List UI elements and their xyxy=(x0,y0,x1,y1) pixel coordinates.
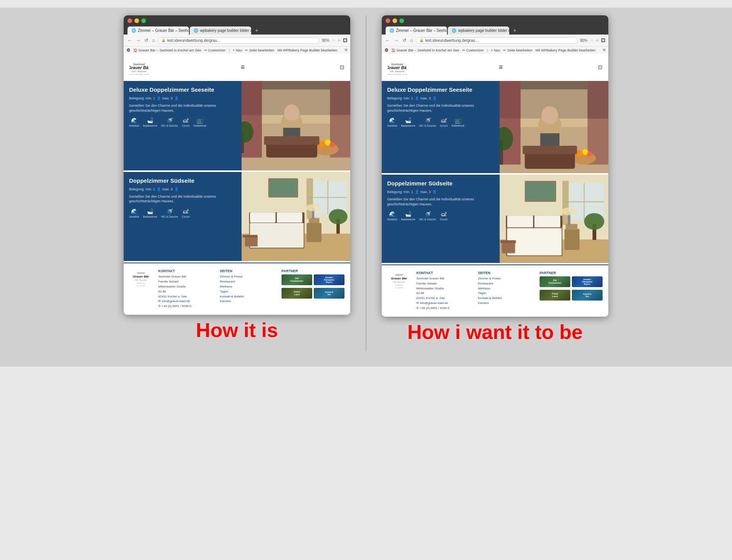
wp-wpbakery-right[interactable]: Mit WPBakery Page Builder bearbeiten xyxy=(535,48,595,52)
rooms-container-left: Deluxe Doppelzimmer Seeseite Belegung: m… xyxy=(124,81,350,261)
footer-seiten-karriere-right[interactable]: Karriere xyxy=(478,301,534,306)
hamburger-menu-left[interactable]: ≡ xyxy=(241,63,245,71)
footer-partner-left: PARTNER DieFischenwirt Umwelt+Klimapaket… xyxy=(282,269,344,309)
svg-text:Seehotel: Seehotel xyxy=(395,274,403,276)
tab-label-left: Zimmer – Grauer Bär – Seeho… xyxy=(138,28,189,33)
wp-sep1-right: | xyxy=(487,48,488,52)
svg-text:Cafe · Restaurant: Cafe · Restaurant xyxy=(393,281,405,283)
back-button-right[interactable]: ← xyxy=(385,37,391,44)
new-tab-button-left[interactable]: + xyxy=(252,26,261,35)
home-button-right[interactable]: ⌂ xyxy=(409,37,414,44)
zoom-level-right: 90% xyxy=(580,38,588,43)
minimize-button-right[interactable] xyxy=(392,18,397,23)
forward-button-left[interactable]: → xyxy=(135,37,141,44)
svg-rect-19 xyxy=(264,136,319,145)
amenity-badewanne2-left: 🛁 Badewanne xyxy=(143,208,157,218)
back-button-left[interactable]: ← xyxy=(127,37,133,44)
svg-rect-84 xyxy=(565,229,580,250)
svg-text:Cafe · Restaurant: Cafe · Restaurant xyxy=(135,279,147,281)
close-button-right[interactable] xyxy=(386,18,390,23)
partner-kochel-right: Kochel &See xyxy=(572,290,603,301)
forward-button-right[interactable]: → xyxy=(393,37,399,44)
logo-svg-right: Seehotel Grauer Bär Cafe · Restaurant Ko… xyxy=(388,58,407,77)
wp-wpbakery-left[interactable]: Mit WPBakery Page Builder bearbeiten xyxy=(277,48,337,52)
amenity-wc-right: 🚿 WC & Dusche xyxy=(419,117,436,127)
home-button-left[interactable]: ⌂ xyxy=(151,37,156,44)
footer-seiten-restaurant-right[interactable]: Restaurant xyxy=(478,281,534,286)
tab-wpbakery-left[interactable]: 🌐 wpbakery page builder bilder n… ✕ xyxy=(190,26,251,35)
minimize-button-left[interactable] xyxy=(134,18,139,23)
close-button-left[interactable] xyxy=(128,18,132,23)
lock-icon-left: 🔒 xyxy=(161,38,166,42)
footer-seiten-zimmer-left[interactable]: Zimmer & Preise xyxy=(220,274,276,279)
amenity-kabel-left: 📺 Kabelkiosk xyxy=(194,117,207,127)
svg-rect-28 xyxy=(306,178,313,218)
browser-menu-right[interactable]: ⋯ xyxy=(590,38,593,42)
bookmark-left[interactable]: ☆ xyxy=(338,38,341,42)
url-field-left[interactable]: 🔒 test.ideeundwerbung.de/grau… xyxy=(158,37,320,44)
footer-seiten-karriere-left[interactable]: Karriere xyxy=(220,299,276,304)
partner-fischenwirt-right: DieFischenwirt xyxy=(540,276,570,287)
footer-seiten-kontakt-right[interactable]: Kontakt & Anfahrt xyxy=(478,296,534,301)
site-footer-left: Seehotel Grauer Bär Cafe · Restaurant Ko… xyxy=(124,263,350,315)
footer-seiten-restaurant-left[interactable]: Restaurant xyxy=(220,279,276,284)
wp-customizer-right[interactable]: ✏ Customizer xyxy=(462,48,484,52)
svg-text:Kochel am See: Kochel am See xyxy=(395,284,403,286)
tab-zimmer-right[interactable]: 🌐 Zimmer – Grauer Bär – Seeho… ✕ xyxy=(386,26,447,35)
svg-point-64 xyxy=(587,152,592,157)
reload-button-left[interactable]: ↺ xyxy=(144,37,149,44)
svg-rect-43 xyxy=(243,235,258,238)
partner-umwelt-right: Umwelt+KlimapaketBayern xyxy=(572,276,603,287)
extensions-right[interactable]: 🔲 xyxy=(601,38,605,42)
bookmark-right[interactable]: ☆ xyxy=(596,38,599,42)
wp-new-left[interactable]: + Neu xyxy=(233,48,242,52)
amenity-seeblick2-right: 🌊 Seeblick xyxy=(387,211,397,221)
footer-kontakt-email-left[interactable]: ✉ info@grauer-baer.de xyxy=(158,299,214,304)
footer-kontakt-family-right: Familie Sebald xyxy=(416,281,472,286)
browser-chrome-right: 🌐 Zimmer – Grauer Bär – Seeho… ✕ 🌐 wpbak… xyxy=(382,15,608,35)
extensions-left[interactable]: 🔲 xyxy=(343,38,347,42)
maximize-button-left[interactable] xyxy=(141,18,146,23)
svg-text:Cafe · Restaurant: Cafe · Restaurant xyxy=(389,70,405,73)
footer-seiten-tagen-left[interactable]: Tagen xyxy=(220,289,276,294)
wp-site-name-left[interactable]: 🏠 Grauer Bär – Seehotel in Kochel am See xyxy=(133,48,201,52)
wp-edit-page-right[interactable]: ✏ Seite bearbeiten xyxy=(503,48,532,52)
hamburger-menu-right[interactable]: ≡ xyxy=(499,63,503,71)
wp-customizer-left[interactable]: ✏ Customizer xyxy=(204,48,226,52)
wp-edit-page-left[interactable]: ✏ Seite bearbeiten xyxy=(245,48,274,52)
footer-partners-left: DieFischenwirt Umwelt+KlimapaketBayern T… xyxy=(282,274,344,299)
url-text-left: test.ideeundwerbung.de/grau… xyxy=(167,38,221,43)
footer-seiten-right: SEITEN Zimmer & Preise Restaurant Wellne… xyxy=(478,271,534,311)
tab-wpbakery-right[interactable]: 🌐 wpbakery page builder bilder n… ✕ xyxy=(448,26,509,35)
room-amenities-sudseite-left: 🌊 Seeblick 🛁 Badewanne 🚿 WC & Dusche xyxy=(129,208,236,218)
maximize-button-right[interactable] xyxy=(399,18,404,23)
room-photo-svg-sudseite-left xyxy=(242,172,350,261)
wp-screen-options-right[interactable]: ⧉ xyxy=(603,48,605,52)
footer-seiten-kontakt-left[interactable]: Kontakt & Anfahrt xyxy=(220,294,276,299)
room-amenities-sudseite-right: 🌊 Seeblick 🛁 Badewanne 🚿 WC & Dusche xyxy=(387,211,494,221)
zoom-level-left: 90% xyxy=(322,38,330,43)
new-tab-button-right[interactable]: + xyxy=(510,26,519,35)
search-icon-right[interactable]: ⊡ xyxy=(598,64,603,70)
footer-seiten-wellness-right[interactable]: Wellness xyxy=(478,286,534,291)
footer-seiten-zimmer-right[interactable]: Zimmer & Preise xyxy=(478,276,534,281)
url-field-right[interactable]: 🔒 test.ideeundwerbung.de/grau… xyxy=(416,37,578,44)
reload-button-right[interactable]: ↺ xyxy=(402,37,407,44)
room-photo-deluxe-left xyxy=(242,81,350,170)
browser-menu-left[interactable]: ⋯ xyxy=(332,38,335,42)
footer-seiten-tagen-right[interactable]: Tagen xyxy=(478,291,534,296)
wp-screen-options-left[interactable]: ⧉ xyxy=(345,48,347,52)
footer-seiten-wellness-left[interactable]: Wellness xyxy=(220,284,276,289)
room-title-deluxe-left: Deluxe Doppelzimmer Seeseite xyxy=(129,86,236,93)
svg-rect-31 xyxy=(250,223,304,248)
wp-new-right[interactable]: + Neu xyxy=(491,48,500,52)
svg-rect-33 xyxy=(277,212,302,223)
amenity-kabel-right: 📺 Kabelkiosk xyxy=(452,117,465,127)
footer-kontakt-family-left: Familie Sebald xyxy=(158,279,214,284)
amenity-couch2-right: 🛋 Couch xyxy=(440,211,447,221)
search-icon-left[interactable]: ⊡ xyxy=(340,64,344,70)
footer-logo-svg-left: Seehotel Grauer Bär Cafe · Restaurant Ko… xyxy=(129,269,152,288)
footer-kontakt-email-right[interactable]: ✉ info@grauer-baer.de xyxy=(416,301,472,306)
wp-site-name-right[interactable]: 🏠 Grauer Bär – Seehotel in Kochel am See xyxy=(391,48,459,52)
tab-zimmer-left[interactable]: 🌐 Zimmer – Grauer Bär – Seeho… ✕ xyxy=(128,26,189,35)
